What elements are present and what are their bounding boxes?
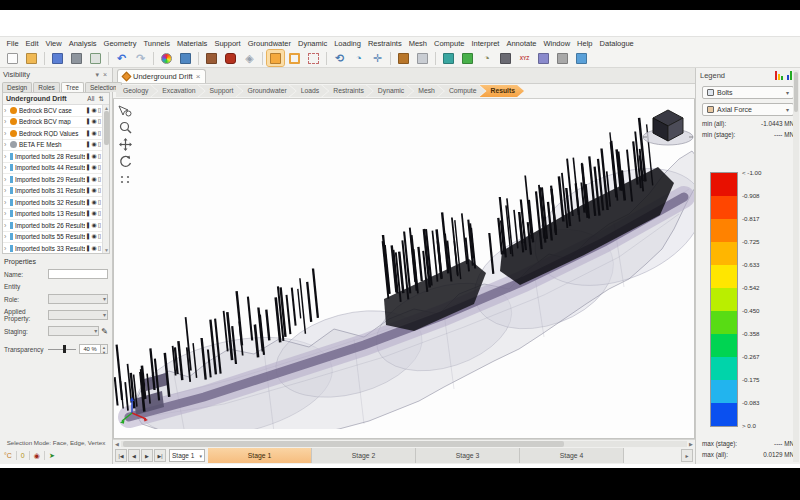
close-icon[interactable]: ×	[101, 71, 109, 78]
delete-icon[interactable]: ▯	[98, 176, 101, 183]
stage-tab-stage-2[interactable]: Stage 2	[312, 448, 416, 463]
transparency-value[interactable]: 40 %	[79, 344, 101, 354]
edit-pencil-icon[interactable]: ✎	[101, 327, 108, 336]
flag-icon[interactable]: ❚	[85, 130, 90, 137]
toolbar-orbit-view-icon[interactable]: ◔	[350, 50, 367, 66]
scroll-down-icon[interactable]: ▼	[103, 247, 110, 253]
tree-item-2[interactable]: ›Bedrock RQD Values❚◉▯	[3, 128, 102, 140]
toolbar-selection-lasso-icon[interactable]	[305, 50, 322, 66]
tree-item-7[interactable]: ›Imported bolts 31 Results❚◉▯	[3, 186, 102, 198]
menu-geometry[interactable]: Geometry	[100, 39, 140, 48]
menu-mesh[interactable]: Mesh	[405, 39, 430, 48]
menu-view[interactable]: View	[42, 39, 65, 48]
scroll-right-icon[interactable]: ▶	[687, 441, 695, 447]
last-stage-button[interactable]: ▶|	[154, 449, 166, 462]
menu-support[interactable]: Support	[211, 39, 244, 48]
eye-icon[interactable]: ◉	[91, 141, 96, 148]
delete-icon[interactable]: ▯	[98, 199, 101, 206]
workflow-tab-excavation[interactable]: Excavation	[151, 85, 204, 97]
toolbar-mesh-icon[interactable]: ◈	[241, 50, 258, 66]
tree-sort-icon[interactable]: ⇅	[97, 95, 106, 103]
stage-tab-stage-3[interactable]: Stage 3	[416, 448, 520, 463]
toolbar-open-folder-icon[interactable]	[23, 50, 40, 66]
stage-dropdown[interactable]: Stage 1 ▾	[169, 449, 205, 462]
menu-compute[interactable]: Compute	[431, 39, 468, 48]
menu-help[interactable]: Help	[574, 39, 596, 48]
toolbar-redo-icon[interactable]: ↷	[132, 50, 149, 66]
toolbar-stop-sign-icon[interactable]	[222, 50, 239, 66]
flag-icon[interactable]: ❚	[85, 187, 90, 194]
delete-icon[interactable]: ▯	[98, 141, 101, 148]
tree-item-1[interactable]: ›Bedrock BCV map❚◉▯	[3, 117, 102, 129]
document-tab[interactable]: Underground Drift ×	[117, 69, 206, 83]
close-tab-icon[interactable]: ×	[196, 72, 201, 81]
tree-scrollbar-thumb[interactable]	[104, 111, 109, 145]
eye-icon[interactable]: ◉	[91, 222, 96, 229]
tree-item-11[interactable]: ›Imported bolts 55 Results❚◉▯	[3, 232, 102, 244]
eye-icon[interactable]: ◉	[91, 130, 96, 137]
first-stage-button[interactable]: |◀	[115, 449, 127, 462]
prev-stage-button[interactable]: ◀	[128, 449, 140, 462]
tree-item-5[interactable]: ›Imported bolts 44 Results❚◉▯	[3, 163, 102, 175]
eye-icon[interactable]: ◉	[91, 187, 96, 194]
menu-edit[interactable]: Edit	[22, 39, 42, 48]
delete-icon[interactable]: ▯	[98, 107, 101, 114]
delete-icon[interactable]: ▯	[98, 233, 101, 240]
tree-item-8[interactable]: ›Imported bolts 32 Results❚◉▯	[3, 197, 102, 209]
toolbar-selection-window-icon[interactable]	[286, 50, 303, 66]
metric-dropdown[interactable]: Axial Force ▾	[702, 103, 794, 116]
delete-icon[interactable]: ▯	[98, 118, 101, 125]
stage-tab-stage-1[interactable]: Stage 1	[208, 448, 312, 463]
applied-property-select[interactable]	[48, 310, 108, 320]
menu-file[interactable]: File	[3, 39, 22, 48]
toolbar-copy-icon[interactable]	[414, 50, 431, 66]
workflow-tab-groundwater[interactable]: Groundwater	[236, 85, 295, 97]
scroll-left-icon[interactable]: ◀	[113, 441, 121, 447]
transparency-slider[interactable]	[48, 344, 76, 354]
legend-scrollbar-thumb[interactable]	[794, 72, 798, 112]
flag-icon[interactable]: ❚	[85, 153, 90, 160]
toolbar-select-region-icon[interactable]	[267, 50, 284, 66]
toolbar-camera-icon[interactable]	[497, 50, 514, 66]
tree-item-6[interactable]: ›Imported bolts 29 Results❚◉▯	[3, 174, 102, 186]
flag-icon[interactable]: ❚	[85, 222, 90, 229]
eye-icon[interactable]: ◉	[91, 210, 96, 217]
tree-all-button[interactable]: All	[85, 95, 96, 102]
toolbar-report-icon[interactable]	[87, 50, 104, 66]
toolbar-globe-icon[interactable]	[440, 50, 457, 66]
eye-icon[interactable]: ◉	[91, 176, 96, 183]
eye-icon[interactable]: ◉	[91, 233, 96, 240]
toolbar-stamp-icon[interactable]	[395, 50, 412, 66]
toolbar-printer2-icon[interactable]	[554, 50, 571, 66]
pan-tool[interactable]	[116, 137, 134, 152]
workflow-tab-restraints[interactable]: Restraints	[322, 85, 373, 97]
select-zoom-tool[interactable]	[116, 103, 134, 118]
tree-item-12[interactable]: ›Imported bolts 33 Results❚◉▯	[3, 243, 102, 253]
more-tools[interactable]	[116, 171, 134, 186]
toolbar-image-icon[interactable]	[177, 50, 194, 66]
flag-icon[interactable]: ❚	[85, 107, 90, 114]
visibility-tab-design[interactable]: Design	[2, 82, 32, 92]
workflow-tab-geology[interactable]: Geology	[116, 85, 157, 97]
eye-icon[interactable]: ◉	[91, 199, 96, 206]
menu-datalogue[interactable]: Datalogue	[596, 39, 637, 48]
menu-loading[interactable]: Loading	[331, 39, 365, 48]
toolbar-xyz-funnel-icon[interactable]: XYZ	[516, 50, 533, 66]
tree-item-0[interactable]: ›Bedrock BCV case❚◉▯	[3, 105, 102, 117]
toolbar-print-icon[interactable]	[68, 50, 85, 66]
delete-icon[interactable]: ▯	[98, 222, 101, 229]
flag-icon[interactable]: ❚	[85, 199, 90, 206]
tree-scrollbar[interactable]: ▲ ▼	[102, 105, 109, 253]
flag-icon[interactable]: ❚	[85, 118, 90, 125]
flag-icon[interactable]: ❚	[85, 210, 90, 217]
legend-scrollbar[interactable]	[793, 70, 799, 462]
delete-icon[interactable]: ▯	[98, 187, 101, 194]
role-select[interactable]	[48, 294, 108, 304]
tree-item-9[interactable]: ›Imported bolts 13 Results❚◉▯	[3, 209, 102, 221]
eye-icon[interactable]: ◉	[91, 245, 96, 252]
toolbar-rotate-view-icon[interactable]: ⟲	[331, 50, 348, 66]
stage-options-button[interactable]: ▸	[681, 449, 693, 462]
delete-icon[interactable]: ▯	[98, 210, 101, 217]
toolbar-hammer-icon[interactable]	[203, 50, 220, 66]
toolbar-new-file-icon[interactable]	[4, 50, 21, 66]
